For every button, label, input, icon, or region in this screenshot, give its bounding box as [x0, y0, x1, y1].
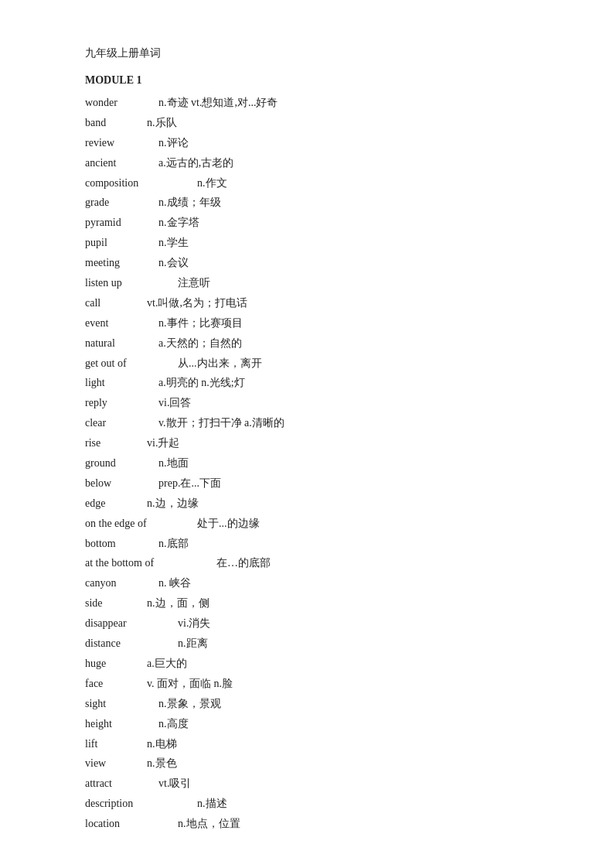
list-item: graden.成绩；年级 — [85, 193, 528, 213]
vocab-definition: 在…的底部 — [216, 557, 271, 569]
vocab-word: rise — [85, 433, 147, 453]
vocab-definition: a.巨大的 — [147, 658, 187, 669]
vocab-word: event — [85, 313, 158, 333]
list-item: groundn.地面 — [85, 453, 528, 473]
vocab-definition: n.地点，位置 — [178, 818, 240, 829]
vocab-definition: n.边，边缘 — [147, 497, 199, 509]
vocab-definition: n.事件；比赛项目 — [158, 317, 243, 329]
vocab-word: description — [85, 794, 197, 814]
list-item: viewn.景色 — [85, 754, 528, 774]
vocab-definition: vi.回答 — [158, 397, 191, 408]
vocab-word: canyon — [85, 573, 158, 593]
list-item: descriptionn.描述 — [85, 794, 528, 814]
list-item: get out of从...内出来，离开 — [85, 354, 528, 374]
list-item: distancen.距离 — [85, 634, 528, 654]
vocab-definition: n.评论 — [158, 137, 189, 149]
vocab-definition: n.地面 — [158, 457, 189, 469]
list-item: belowprep.在...下面 — [85, 473, 528, 494]
vocab-definition: prep.在...下面 — [158, 477, 221, 489]
list-item: on the edge of处于...的边缘 — [85, 514, 528, 534]
vocab-definition: n.奇迹 vt.想知道,对...好奇 — [158, 97, 278, 108]
list-item: locationn.地点，位置 — [85, 814, 528, 834]
vocab-definition: v.散开；打扫干净 a.清晰的 — [158, 417, 284, 429]
list-item: risevi.升起 — [85, 433, 528, 453]
vocab-word: attract — [85, 774, 158, 794]
vocab-definition: a.远古的,古老的 — [158, 157, 233, 169]
list-item: canyonn. 峡谷 — [85, 573, 528, 593]
vocab-word: grade — [85, 193, 158, 213]
list-item: callvt.叫做,名为；打电话 — [85, 293, 528, 313]
vocab-definition: n.描述 — [197, 798, 227, 809]
list-item: facev. 面对，面临 n.脸 — [85, 674, 528, 694]
vocab-word: light — [85, 373, 158, 393]
vocab-definition: n.底部 — [158, 538, 189, 549]
vocab-word: sight — [85, 694, 158, 714]
vocab-word: pupil — [85, 233, 158, 253]
vocab-word: pyramid — [85, 213, 158, 233]
list-item: disappearvi.消失 — [85, 613, 528, 634]
list-item: listen up注意听 — [85, 273, 528, 293]
vocab-definition: a.天然的；自然的 — [158, 337, 242, 349]
vocab-definition: n.会议 — [158, 257, 189, 268]
list-item: liftn.电梯 — [85, 734, 528, 754]
vocab-word: clear — [85, 413, 158, 433]
vocab-word: edge — [85, 494, 147, 514]
vocab-word: wonder — [85, 93, 158, 113]
vocab-definition: vi.升起 — [147, 437, 179, 449]
vocab-definition: n.边，面，侧 — [147, 597, 209, 609]
vocab-definition: n.乐队 — [147, 117, 177, 128]
module-title: MODULE 1 — [85, 74, 528, 87]
vocab-word: reply — [85, 393, 158, 413]
vocab-word: band — [85, 113, 147, 133]
vocab-definition: n.高度 — [158, 718, 189, 730]
list-item: eventn.事件；比赛项目 — [85, 313, 528, 333]
vocab-word: composition — [85, 173, 197, 193]
vocab-word: review — [85, 133, 158, 153]
vocab-word: ground — [85, 453, 158, 473]
list-item: attractvt.吸引 — [85, 774, 528, 794]
list-item: reviewn.评论 — [85, 133, 528, 153]
vocab-word: view — [85, 754, 147, 774]
list-item: replyvi.回答 — [85, 393, 528, 413]
vocab-definition: n.成绩；年级 — [158, 196, 221, 208]
list-item: pyramidn.金字塔 — [85, 213, 528, 233]
list-item: heightn.高度 — [85, 714, 528, 734]
list-item: naturala.天然的；自然的 — [85, 333, 528, 354]
vocab-definition: 注意听 — [178, 277, 210, 289]
vocab-definition: n.作文 — [197, 177, 227, 189]
list-item: pupiln.学生 — [85, 233, 528, 253]
list-item: at the bottom of在…的底部 — [85, 553, 528, 573]
vocab-word: disappear — [85, 613, 178, 634]
vocab-word: face — [85, 674, 147, 694]
vocab-definition: n.电梯 — [147, 738, 177, 750]
list-item: lighta.明亮的 n.光线;灯 — [85, 373, 528, 393]
list-item: bottomn.底部 — [85, 534, 528, 554]
list-item: compositionn.作文 — [85, 173, 528, 193]
vocab-word: get out of — [85, 354, 178, 374]
vocab-definition: n.距离 — [178, 637, 208, 649]
vocab-definition: v. 面对，面临 n.脸 — [147, 678, 233, 689]
vocab-definition: a.明亮的 n.光线;灯 — [158, 377, 245, 388]
vocab-definition: vi.消失 — [178, 617, 210, 629]
vocab-word: below — [85, 473, 158, 494]
vocab-word: ancient — [85, 153, 158, 173]
vocab-word: location — [85, 814, 178, 834]
vocab-definition: n.景象，景观 — [158, 698, 221, 709]
vocab-definition: n.学生 — [158, 237, 189, 248]
list-item: edgen.边，边缘 — [85, 494, 528, 514]
list-item: sightn.景象，景观 — [85, 694, 528, 714]
vocab-definition: vt.叫做,名为；打电话 — [147, 297, 247, 309]
list-item: bandn.乐队 — [85, 113, 528, 133]
list-item: ancienta.远古的,古老的 — [85, 153, 528, 173]
vocab-definition: vt.吸引 — [158, 777, 191, 789]
vocab-word: height — [85, 714, 158, 734]
vocab-word: listen up — [85, 273, 178, 293]
vocab-definition: n.景色 — [147, 757, 177, 769]
vocab-definition: 从...内出来，离开 — [178, 357, 262, 369]
vocab-word: distance — [85, 634, 178, 654]
list-item: siden.边，面，侧 — [85, 593, 528, 613]
list-item: wondern.奇迹 vt.想知道,对...好奇 — [85, 93, 528, 113]
vocab-word: lift — [85, 734, 147, 754]
vocab-word: on the edge of — [85, 514, 197, 534]
vocab-list: wondern.奇迹 vt.想知道,对...好奇bandn.乐队reviewn.… — [85, 93, 528, 834]
